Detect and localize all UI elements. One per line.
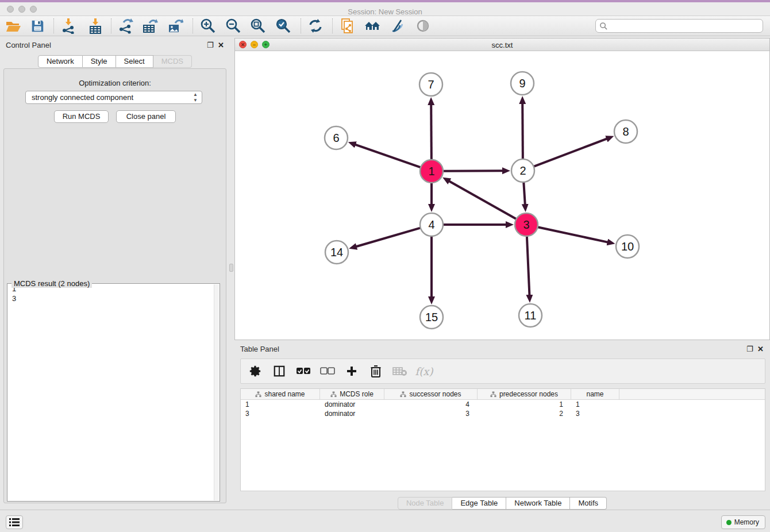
- zoom-fit-icon[interactable]: [248, 17, 268, 35]
- optimization-criterion-select[interactable]: strongly connected component ▲▼: [25, 91, 202, 104]
- control-panel-tabs: Network Style Select MCDS: [0, 55, 230, 68]
- search-field[interactable]: [595, 19, 763, 33]
- tab-network-table[interactable]: Network Table: [506, 497, 570, 510]
- zoom-out-icon[interactable]: [224, 17, 243, 35]
- task-history-button[interactable]: [6, 515, 23, 529]
- export-table-icon[interactable]: [140, 17, 160, 35]
- tab-edge-table[interactable]: Edge Table: [452, 497, 506, 510]
- memory-button[interactable]: Memory: [721, 515, 765, 529]
- tab-node-table[interactable]: Node Table: [398, 497, 453, 510]
- hierarchy-icon: [330, 391, 337, 398]
- control-panel-title: Control Panel: [6, 41, 51, 49]
- select-all-icon[interactable]: [295, 363, 312, 380]
- network-graph-canvas[interactable]: 7968124314101511: [235, 51, 769, 340]
- column-header-predecessor-nodes[interactable]: predecessor nodes: [478, 389, 571, 399]
- node-table: shared name MCDS role successor nodes pr…: [240, 388, 765, 491]
- show-graphics-details-icon: [413, 17, 433, 35]
- add-column-icon[interactable]: [343, 363, 360, 380]
- toolbar-separator: [332, 18, 333, 33]
- search-icon: [599, 22, 608, 30]
- column-header-shared-name[interactable]: shared name: [241, 389, 320, 399]
- save-session-icon[interactable]: [28, 17, 47, 35]
- graph-node-3[interactable]: 3: [515, 213, 538, 236]
- zoom-selected-icon[interactable]: [274, 17, 293, 35]
- column-settings-gear-icon[interactable]: [247, 363, 264, 380]
- cell-mcds-role: dominator: [320, 409, 384, 418]
- svg-text:11: 11: [525, 309, 537, 322]
- table-mode-icon[interactable]: [271, 363, 288, 380]
- optimization-criterion-label: Optimization criterion:: [0, 79, 230, 87]
- svg-text:4: 4: [428, 218, 434, 231]
- control-panel-close-icon[interactable]: ✕: [218, 41, 224, 49]
- table-panel-float-button[interactable]: ❐: [746, 345, 753, 353]
- close-panel-button[interactable]: Close panel: [116, 110, 176, 123]
- hierarchy-icon: [400, 391, 406, 398]
- table-panel-close-icon[interactable]: ✕: [757, 345, 764, 353]
- graph-node-14[interactable]: 14: [325, 241, 348, 264]
- graph-node-7[interactable]: 7: [419, 73, 442, 96]
- svg-text:10: 10: [621, 240, 634, 253]
- svg-text:9: 9: [519, 77, 525, 90]
- control-panel-float-button[interactable]: ❐: [207, 41, 214, 49]
- graph-node-11[interactable]: 11: [519, 304, 542, 327]
- chevron-up-down-icon: ▲▼: [193, 92, 198, 103]
- table-header-row: shared name MCDS role successor nodes pr…: [241, 389, 765, 400]
- svg-text:15: 15: [425, 311, 438, 323]
- graph-node-9[interactable]: 9: [511, 72, 534, 95]
- toolbar-separator: [111, 18, 111, 33]
- tab-motifs[interactable]: Motifs: [570, 497, 607, 510]
- tab-network[interactable]: Network: [38, 55, 83, 68]
- graph-node-10[interactable]: 10: [616, 235, 639, 258]
- graph-node-6[interactable]: 6: [325, 126, 348, 149]
- column-header-name[interactable]: name: [571, 389, 619, 399]
- first-neighbors-icon[interactable]: [363, 17, 382, 35]
- cell-predecessor-nodes: 2: [478, 409, 571, 418]
- mcds-result-item: 3: [7, 294, 220, 303]
- network-window-titlebar[interactable]: ✕ − + scc.txt: [235, 38, 769, 51]
- memory-label: Memory: [734, 518, 759, 526]
- open-file-icon[interactable]: [3, 17, 23, 35]
- graph-node-1[interactable]: 1: [420, 160, 443, 183]
- zoom-in-icon[interactable]: [198, 17, 218, 35]
- tab-select[interactable]: Select: [116, 55, 153, 68]
- svg-text:2: 2: [519, 164, 526, 177]
- delete-column-trash-icon[interactable]: [367, 363, 384, 380]
- svg-text:14: 14: [330, 246, 343, 259]
- run-mcds-button[interactable]: Run MCDS: [54, 110, 109, 123]
- hide-graphics-details-icon[interactable]: [388, 17, 407, 35]
- result-scrollbar[interactable]: [214, 284, 219, 500]
- mcds-result-title: MCDS result (2 nodes): [11, 279, 92, 288]
- tab-mcds[interactable]: MCDS: [153, 55, 192, 68]
- cell-name: 3: [571, 409, 619, 418]
- toolbar-separator: [53, 18, 54, 33]
- task-list-icon: [9, 518, 20, 526]
- duplicate-network-icon[interactable]: [337, 17, 357, 35]
- table-row[interactable]: 1 dominator 4 1 1: [241, 400, 765, 409]
- vertical-splitter-handle[interactable]: [229, 264, 233, 272]
- graph-node-8[interactable]: 8: [614, 120, 637, 143]
- graph-node-2[interactable]: 2: [511, 159, 534, 182]
- toolbar-separator: [301, 18, 301, 33]
- export-network-icon[interactable]: [116, 17, 135, 35]
- table-row[interactable]: 3 dominator 3 2 3: [241, 409, 765, 418]
- cell-shared-name: 3: [241, 409, 320, 418]
- refresh-layout-icon[interactable]: [306, 17, 325, 35]
- import-network-icon[interactable]: [59, 17, 78, 35]
- graph-node-15[interactable]: 15: [420, 306, 443, 329]
- search-input[interactable]: [608, 22, 763, 30]
- cell-successor-nodes: 3: [384, 409, 478, 418]
- cell-shared-name: 1: [241, 400, 320, 409]
- window-title: Session: New Session: [0, 7, 770, 16]
- toolbar-separator: [192, 18, 193, 33]
- import-table-icon[interactable]: [86, 17, 105, 35]
- mcds-result-box: 1 3: [7, 283, 220, 502]
- export-image-icon[interactable]: [165, 17, 185, 35]
- graph-node-4[interactable]: 4: [420, 213, 443, 236]
- column-header-mcds-role[interactable]: MCDS role: [320, 389, 384, 399]
- network-window-title: scc.txt: [235, 41, 769, 49]
- column-header-successor-nodes[interactable]: successor nodes: [384, 389, 478, 399]
- deselect-all-icon[interactable]: [319, 363, 336, 380]
- tab-style[interactable]: Style: [83, 55, 116, 68]
- cell-successor-nodes: 4: [384, 400, 478, 409]
- window-titlebar: Session: New Session: [0, 2, 770, 16]
